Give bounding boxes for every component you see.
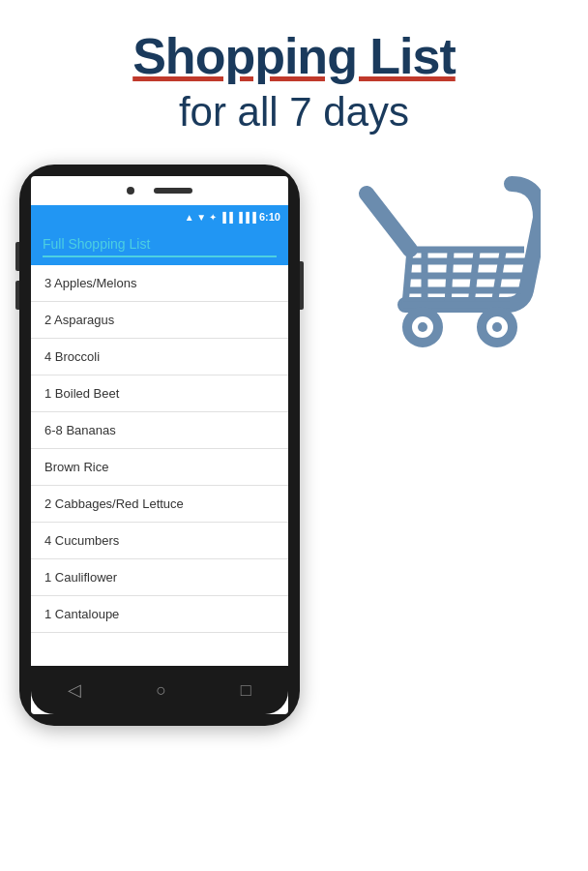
phone-navigation-bar: ◁ ○ □ <box>31 666 288 714</box>
list-item[interactable]: 1 Cantaloupe <box>31 596 288 633</box>
volume-down-button <box>15 281 19 310</box>
status-time: 6:10 <box>259 211 280 223</box>
list-item[interactable]: 3 Apples/Melons <box>31 265 288 302</box>
page-header: Shopping List for all 7 days <box>0 0 588 155</box>
status-bar: ▲ ▼ ✦ ▐▐ ▐▐▐ 6:10 <box>31 205 288 228</box>
list-item[interactable]: 4 Broccoli <box>31 339 288 375</box>
list-item[interactable]: 1 Boiled Beet <box>31 375 288 412</box>
list-item[interactable]: 6-8 Bananas <box>31 412 288 449</box>
svg-line-8 <box>405 250 410 305</box>
app-header: Full Shopping List <box>31 228 288 265</box>
phone-screen: ▲ ▼ ✦ ▐▐ ▐▐▐ 6:10 Full Shopping List 3 A… <box>31 176 288 714</box>
home-button[interactable]: ○ <box>156 680 166 701</box>
title-underlined: Shopping List <box>132 28 456 84</box>
speaker <box>154 188 192 194</box>
svg-point-12 <box>418 322 427 332</box>
list-title: Full Shopping List <box>43 236 277 257</box>
shopping-list: 3 Apples/Melons 2 Asparagus 4 Broccoli 1… <box>31 265 288 666</box>
power-button <box>300 261 304 310</box>
status-icons: ▲ ▼ ✦ ▐▐ ▐▐▐ 6:10 <box>185 211 280 223</box>
cart-area <box>300 165 569 358</box>
list-item[interactable]: 2 Cabbages/Red Lettuce <box>31 486 288 523</box>
list-item[interactable]: 2 Asparagus <box>31 302 288 339</box>
list-item[interactable]: Brown Rice <box>31 449 288 486</box>
main-content: ▲ ▼ ✦ ▐▐ ▐▐▐ 6:10 Full Shopping List 3 A… <box>0 155 588 736</box>
volume-up-button <box>15 242 19 271</box>
phone-mockup: ▲ ▼ ✦ ▐▐ ▐▐▐ 6:10 Full Shopping List 3 A… <box>19 165 300 726</box>
main-title: Shopping List <box>19 29 569 84</box>
back-button[interactable]: ◁ <box>68 679 81 701</box>
list-item[interactable]: 1 Cauliflower <box>31 559 288 596</box>
recents-button[interactable]: □ <box>241 680 251 701</box>
phone-top-bar <box>31 176 288 205</box>
subtitle: for all 7 days <box>19 89 569 135</box>
front-camera <box>127 187 134 195</box>
shopping-cart-icon <box>347 165 541 358</box>
svg-point-14 <box>492 322 502 332</box>
list-item[interactable]: 4 Cucumbers <box>31 523 288 559</box>
